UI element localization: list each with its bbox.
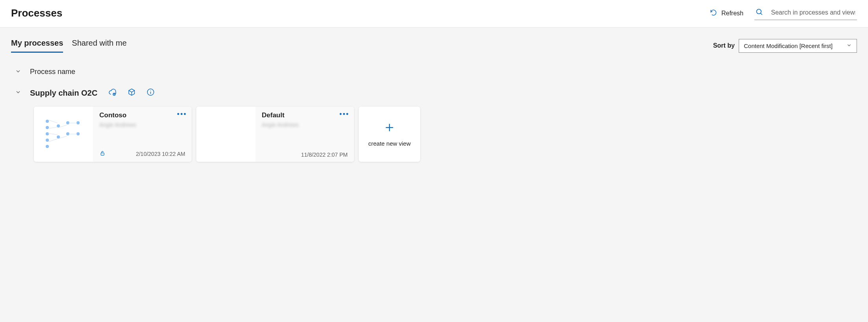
- process-collapse-toggle[interactable]: [15, 89, 21, 97]
- search-icon: [755, 8, 763, 17]
- tabs: My processes Shared with me: [11, 39, 127, 53]
- page-header: Processes Refresh: [0, 0, 868, 28]
- view-cards-row: ••• Contoso Angie Andrews 2/10/2023 10:2…: [11, 107, 857, 162]
- tab-shared-with-me[interactable]: Shared with me: [72, 39, 127, 53]
- refresh-button[interactable]: Refresh: [710, 9, 743, 18]
- create-new-view-button[interactable]: create new view: [359, 107, 420, 162]
- process-name: Supply chain O2C: [30, 89, 97, 98]
- svg-rect-6: [101, 153, 104, 155]
- cloud-upload-icon[interactable]: [108, 88, 117, 98]
- view-card[interactable]: ••• Default Angie Andrews 11/8/2022 2:07…: [196, 107, 354, 162]
- card-more-button[interactable]: •••: [339, 111, 349, 118]
- view-owner: Angie Andrews: [262, 122, 348, 128]
- card-more-button[interactable]: •••: [177, 111, 187, 118]
- sort-control: Sort by Content Modification [Recent fir…: [713, 39, 857, 53]
- group-header-row: Process name: [11, 68, 857, 76]
- refresh-label: Refresh: [721, 10, 743, 17]
- page-body: My processes Shared with me Sort by Cont…: [0, 28, 868, 322]
- view-card-body: ••• Default Angie Andrews 11/8/2022 2:07…: [255, 107, 354, 162]
- view-footer: 2/10/2023 10:22 AM: [99, 150, 185, 158]
- tab-my-processes[interactable]: My processes: [11, 39, 63, 53]
- package-icon[interactable]: [127, 88, 136, 98]
- create-new-view-label: create new view: [368, 140, 411, 147]
- view-card[interactable]: ••• Contoso Angie Andrews 2/10/2023 10:2…: [34, 107, 192, 162]
- sort-selected-value: Content Modification [Recent first]: [744, 43, 833, 49]
- view-owner: Angie Andrews: [99, 122, 185, 128]
- view-thumbnail: [34, 107, 93, 162]
- sort-dropdown[interactable]: Content Modification [Recent first]: [739, 39, 857, 53]
- view-title: Default: [262, 111, 348, 119]
- header-actions: Refresh: [710, 6, 857, 20]
- refresh-icon: [710, 9, 717, 18]
- group-collapse-toggle[interactable]: [15, 68, 21, 76]
- chevron-down-icon: [846, 43, 852, 49]
- svg-point-0: [756, 9, 761, 14]
- view-title: Contoso: [99, 111, 185, 119]
- view-card-body: ••• Contoso Angie Andrews 2/10/2023 10:2…: [93, 107, 192, 162]
- view-thumbnail: [196, 107, 255, 162]
- view-date: 2/10/2023 10:22 AM: [136, 151, 185, 157]
- lock-icon: [99, 150, 106, 158]
- svg-point-5: [150, 91, 151, 91]
- process-row: Supply chain O2C: [11, 88, 857, 98]
- sort-label: Sort by: [713, 42, 735, 49]
- search-input[interactable]: [770, 9, 856, 17]
- page-title: Processes: [11, 7, 62, 19]
- search-field[interactable]: [754, 6, 857, 20]
- plus-icon: [384, 122, 395, 135]
- view-date: 11/8/2022 2:07 PM: [301, 152, 348, 158]
- view-footer: 11/8/2022 2:07 PM: [262, 152, 348, 158]
- tabs-row: My processes Shared with me Sort by Cont…: [11, 28, 857, 53]
- process-action-icons: [108, 88, 155, 98]
- info-icon[interactable]: [146, 88, 155, 98]
- group-header-label: Process name: [30, 68, 75, 76]
- svg-line-1: [761, 13, 762, 15]
- graph-thumbnail-icon: [42, 117, 85, 152]
